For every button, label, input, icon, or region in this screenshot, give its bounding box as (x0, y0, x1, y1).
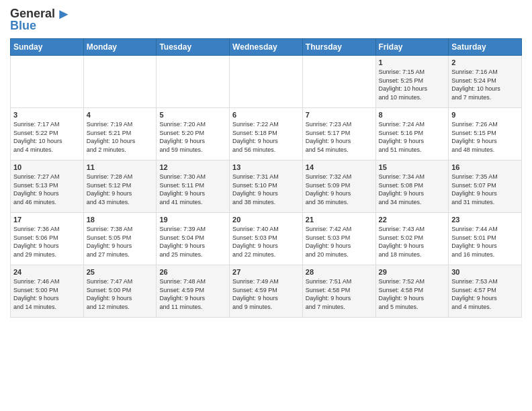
day-info: Sunrise: 7:15 AM Sunset: 5:25 PM Dayligh… (379, 68, 446, 101)
day-number: 26 (159, 268, 226, 276)
day-cell: 8Sunrise: 7:24 AM Sunset: 5:16 PM Daylig… (375, 108, 449, 161)
weekday-header-row: SundayMondayTuesdayWednesdayThursdayFrid… (11, 39, 522, 56)
day-cell (230, 56, 303, 108)
day-number: 23 (451, 216, 519, 224)
day-cell: 17Sunrise: 7:36 AM Sunset: 5:06 PM Dayli… (11, 213, 84, 265)
day-number: 6 (232, 111, 300, 119)
week-row-1: 1Sunrise: 7:15 AM Sunset: 5:25 PM Daylig… (11, 56, 522, 108)
calendar-table: SundayMondayTuesdayWednesdayThursdayFrid… (10, 38, 522, 318)
weekday-header-thursday: Thursday (302, 39, 375, 56)
week-row-3: 10Sunrise: 7:27 AM Sunset: 5:13 PM Dayli… (11, 161, 522, 213)
day-info: Sunrise: 7:53 AM Sunset: 4:57 PM Dayligh… (451, 277, 519, 311)
week-row-4: 17Sunrise: 7:36 AM Sunset: 5:06 PM Dayli… (11, 213, 522, 265)
day-info: Sunrise: 7:49 AM Sunset: 4:59 PM Dayligh… (232, 277, 300, 311)
day-number: 7 (306, 111, 373, 119)
day-cell: 16Sunrise: 7:35 AM Sunset: 5:07 PM Dayli… (449, 161, 522, 213)
day-cell: 29Sunrise: 7:52 AM Sunset: 4:58 PM Dayli… (375, 265, 449, 318)
header: General ► Blue (10, 7, 522, 33)
day-info: Sunrise: 7:28 AM Sunset: 5:12 PM Dayligh… (87, 173, 154, 206)
day-number: 22 (379, 216, 446, 224)
day-cell: 27Sunrise: 7:49 AM Sunset: 4:59 PM Dayli… (230, 265, 303, 318)
day-number: 2 (451, 58, 519, 66)
day-cell: 7Sunrise: 7:23 AM Sunset: 5:17 PM Daylig… (302, 108, 375, 161)
day-number: 29 (379, 268, 446, 276)
day-number: 20 (232, 216, 300, 224)
day-info: Sunrise: 7:39 AM Sunset: 5:04 PM Dayligh… (159, 225, 226, 259)
day-cell (11, 56, 84, 108)
day-number: 30 (451, 268, 519, 276)
day-number: 8 (379, 111, 446, 119)
day-cell: 4Sunrise: 7:19 AM Sunset: 5:21 PM Daylig… (83, 108, 157, 161)
page-container: General ► Blue SundayMondayTuesdayWednes… (0, 0, 532, 323)
day-number: 19 (159, 216, 226, 224)
day-info: Sunrise: 7:19 AM Sunset: 5:21 PM Dayligh… (87, 120, 154, 154)
day-info: Sunrise: 7:40 AM Sunset: 5:03 PM Dayligh… (232, 225, 300, 259)
day-cell: 12Sunrise: 7:30 AM Sunset: 5:11 PM Dayli… (157, 161, 230, 213)
day-number: 28 (306, 268, 373, 276)
day-cell: 14Sunrise: 7:32 AM Sunset: 5:09 PM Dayli… (302, 161, 375, 213)
day-cell: 22Sunrise: 7:43 AM Sunset: 5:02 PM Dayli… (375, 213, 449, 265)
logo-blue: Blue (10, 19, 36, 33)
week-row-5: 24Sunrise: 7:46 AM Sunset: 5:00 PM Dayli… (11, 265, 522, 318)
day-number: 17 (13, 216, 81, 224)
day-number: 25 (87, 268, 154, 276)
day-info: Sunrise: 7:42 AM Sunset: 5:03 PM Dayligh… (306, 225, 373, 259)
day-cell: 5Sunrise: 7:20 AM Sunset: 5:20 PM Daylig… (157, 108, 230, 161)
day-cell: 25Sunrise: 7:47 AM Sunset: 5:00 PM Dayli… (83, 265, 157, 318)
day-cell: 9Sunrise: 7:26 AM Sunset: 5:15 PM Daylig… (449, 108, 522, 161)
day-info: Sunrise: 7:44 AM Sunset: 5:01 PM Dayligh… (451, 225, 519, 259)
day-info: Sunrise: 7:23 AM Sunset: 5:17 PM Dayligh… (306, 120, 373, 154)
day-number: 1 (379, 58, 446, 66)
day-info: Sunrise: 7:34 AM Sunset: 5:08 PM Dayligh… (379, 173, 446, 206)
day-info: Sunrise: 7:27 AM Sunset: 5:13 PM Dayligh… (13, 173, 81, 206)
day-cell: 10Sunrise: 7:27 AM Sunset: 5:13 PM Dayli… (11, 161, 84, 213)
day-number: 24 (13, 268, 81, 276)
weekday-header-friday: Friday (375, 39, 449, 56)
day-info: Sunrise: 7:16 AM Sunset: 5:24 PM Dayligh… (451, 68, 519, 101)
day-cell (302, 56, 375, 108)
day-info: Sunrise: 7:31 AM Sunset: 5:10 PM Dayligh… (232, 173, 300, 206)
day-number: 9 (451, 111, 519, 119)
day-cell: 20Sunrise: 7:40 AM Sunset: 5:03 PM Dayli… (230, 213, 303, 265)
day-cell: 1Sunrise: 7:15 AM Sunset: 5:25 PM Daylig… (375, 56, 449, 108)
day-number: 21 (306, 216, 373, 224)
day-number: 4 (87, 111, 154, 119)
day-info: Sunrise: 7:43 AM Sunset: 5:02 PM Dayligh… (379, 225, 446, 259)
day-cell (83, 56, 157, 108)
day-info: Sunrise: 7:36 AM Sunset: 5:06 PM Dayligh… (13, 225, 81, 259)
weekday-header-tuesday: Tuesday (157, 39, 230, 56)
day-info: Sunrise: 7:17 AM Sunset: 5:22 PM Dayligh… (13, 120, 81, 154)
day-number: 3 (13, 111, 81, 119)
day-info: Sunrise: 7:26 AM Sunset: 5:15 PM Dayligh… (451, 120, 519, 154)
day-info: Sunrise: 7:52 AM Sunset: 4:58 PM Dayligh… (379, 277, 446, 311)
day-info: Sunrise: 7:20 AM Sunset: 5:20 PM Dayligh… (159, 120, 226, 154)
day-number: 13 (232, 163, 300, 171)
day-number: 11 (87, 163, 154, 171)
day-cell: 28Sunrise: 7:51 AM Sunset: 4:58 PM Dayli… (302, 265, 375, 318)
day-info: Sunrise: 7:38 AM Sunset: 5:05 PM Dayligh… (87, 225, 154, 259)
day-info: Sunrise: 7:30 AM Sunset: 5:11 PM Dayligh… (159, 173, 226, 206)
day-info: Sunrise: 7:32 AM Sunset: 5:09 PM Dayligh… (306, 173, 373, 206)
day-cell: 19Sunrise: 7:39 AM Sunset: 5:04 PM Dayli… (157, 213, 230, 265)
weekday-header-wednesday: Wednesday (230, 39, 303, 56)
day-cell: 11Sunrise: 7:28 AM Sunset: 5:12 PM Dayli… (83, 161, 157, 213)
day-info: Sunrise: 7:51 AM Sunset: 4:58 PM Dayligh… (306, 277, 373, 311)
logo-arrow-icon: ► (56, 7, 71, 21)
day-info: Sunrise: 7:22 AM Sunset: 5:18 PM Dayligh… (232, 120, 300, 154)
day-cell (157, 56, 230, 108)
day-info: Sunrise: 7:48 AM Sunset: 4:59 PM Dayligh… (159, 277, 226, 311)
day-cell: 13Sunrise: 7:31 AM Sunset: 5:10 PM Dayli… (230, 161, 303, 213)
day-cell: 18Sunrise: 7:38 AM Sunset: 5:05 PM Dayli… (83, 213, 157, 265)
day-cell: 26Sunrise: 7:48 AM Sunset: 4:59 PM Dayli… (157, 265, 230, 318)
day-cell: 30Sunrise: 7:53 AM Sunset: 4:57 PM Dayli… (449, 265, 522, 318)
day-cell: 21Sunrise: 7:42 AM Sunset: 5:03 PM Dayli… (302, 213, 375, 265)
day-info: Sunrise: 7:46 AM Sunset: 5:00 PM Dayligh… (13, 277, 81, 311)
day-number: 14 (306, 163, 373, 171)
day-number: 16 (451, 163, 519, 171)
weekday-header-sunday: Sunday (11, 39, 84, 56)
day-number: 12 (159, 163, 226, 171)
day-cell: 24Sunrise: 7:46 AM Sunset: 5:00 PM Dayli… (11, 265, 84, 318)
day-number: 27 (232, 268, 300, 276)
day-number: 18 (87, 216, 154, 224)
day-number: 15 (379, 163, 446, 171)
